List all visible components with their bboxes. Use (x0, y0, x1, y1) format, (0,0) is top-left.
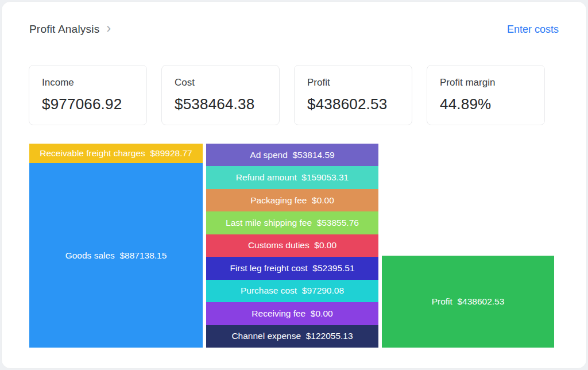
profit-card-label: Profit (307, 77, 399, 88)
bar-segment-cost-1: Refund amount $159053.31 (206, 166, 378, 188)
cost-card: Cost $538464.38 (161, 65, 280, 125)
bar-segment-cost-2: Packaging fee $0.00 (206, 189, 378, 211)
bar-segment-label: Purchase cost $97290.08 (241, 286, 344, 296)
bar-segment-label: Goods sales $887138.15 (65, 250, 167, 261)
bar-segment-label: Customs duties $0.00 (248, 240, 336, 250)
profit-margin-card-label: Profit margin (440, 77, 532, 88)
bar-segment-label: Refund amount $159053.31 (236, 172, 349, 183)
bar-segment-label: Profit $438602.53 (432, 296, 505, 307)
bar-segment-cost-6: Purchase cost $97290.08 (206, 280, 378, 302)
income-column: Receivable freight charges $89928.77Good… (29, 144, 203, 348)
bar-segment-label: Receiving fee $0.00 (252, 309, 332, 319)
profit-column: Profit $438602.53 (382, 144, 554, 348)
profit-analysis-breadcrumb[interactable]: Profit Analysis › (29, 22, 111, 36)
cost-card-value: $538464.38 (175, 95, 266, 113)
cost-column: Ad spend $53814.59Refund amount $159053.… (206, 144, 378, 348)
enter-costs-link[interactable]: Enter costs (507, 24, 559, 36)
income-card: Income $977066.92 (29, 65, 147, 125)
profit-waterfall-chart: Receivable freight charges $89928.77Good… (2, 144, 587, 348)
bar-segment-income-0: Receivable freight charges $89928.77 (29, 144, 203, 163)
cost-card-label: Cost (175, 77, 266, 88)
bar-segment-income-1: Goods sales $887138.15 (29, 163, 203, 348)
income-card-label: Income (42, 77, 134, 88)
bar-segment-label: Channel expense $122055.13 (231, 331, 353, 341)
bar-segment-label: Last mile shipping fee $53855.76 (226, 218, 359, 228)
bar-segment-cost-8: Channel expense $122055.13 (206, 325, 378, 348)
profit-card: Profit $438602.53 (294, 65, 412, 125)
summary-cards-row: Income $977066.92 Cost $538464.38 Profit… (29, 65, 545, 125)
bar-segment-label: First leg freight cost $52395.51 (230, 263, 354, 273)
profit-margin-card-value: 44.89% (440, 95, 532, 113)
bar-segment-label: Packaging fee $0.00 (250, 195, 334, 206)
bar-segment-cost-0: Ad spend $53814.59 (206, 144, 378, 166)
bar-segment-cost-4: Customs duties $0.00 (206, 234, 378, 257)
bar-segment-cost-3: Last mile shipping fee $53855.76 (206, 211, 378, 234)
bar-segment-profit-0: Profit $438602.53 (382, 256, 554, 348)
page-title: Profit Analysis (29, 23, 99, 36)
bar-segment-cost-5: First leg freight cost $52395.51 (206, 257, 378, 279)
income-card-value: $977066.92 (42, 95, 134, 113)
profit-card-value: $438602.53 (307, 95, 399, 113)
profit-margin-card: Profit margin 44.89% (427, 65, 545, 125)
bar-segment-label: Receivable freight charges $89928.77 (40, 148, 192, 159)
bar-segment-label: Ad spend $53814.59 (250, 150, 334, 160)
profit-analysis-panel: Profit Analysis › Enter costs Income $97… (1, 1, 587, 369)
panel-header: Profit Analysis › Enter costs (2, 2, 586, 57)
bar-segment-cost-7: Receiving fee $0.00 (206, 302, 378, 325)
chevron-right-icon: › (106, 21, 111, 35)
